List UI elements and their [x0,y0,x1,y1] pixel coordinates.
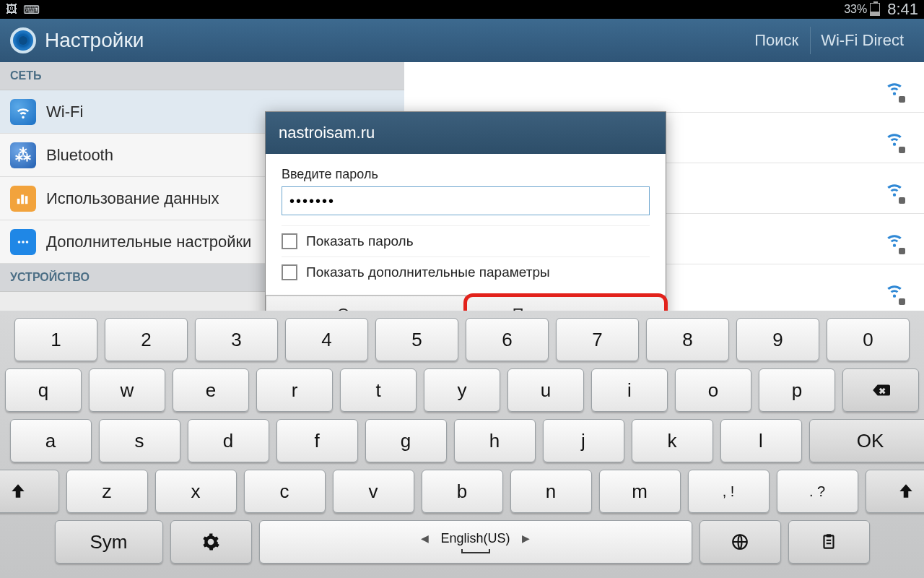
status-right: 33% 8:41 [844,0,918,19]
key-b[interactable]: b [422,470,503,513]
wifi-signal-icon [885,280,904,303]
gear-icon [10,27,36,53]
period-key[interactable]: . ? [777,470,858,513]
keyboard-indicator-icon: ⌨ [23,3,40,17]
key-g[interactable]: g [365,419,447,462]
sidebar-label-wifi: Wi-Fi [46,103,83,121]
language-key[interactable] [699,520,781,564]
key-o[interactable]: o [675,368,751,412]
battery-icon [870,3,880,16]
sidebar-label-data-usage: Использование данных [46,189,219,208]
on-screen-keyboard: 1234567890 qwertyuiop asdfghjklOK zxcvbn… [0,311,924,578]
wifi-signal-icon [885,129,904,152]
key-w[interactable]: w [89,368,165,412]
svg-point-0 [18,241,21,243]
svg-point-1 [22,241,25,243]
key-j[interactable]: j [543,419,624,462]
ok-key[interactable]: OK [809,419,925,462]
show-password-label: Показать пароль [306,233,414,249]
dialog-title: nastroisam.ru [266,112,666,154]
wifi-connect-dialog: nastroisam.ru Введите пароль Показать па… [265,111,666,334]
gallery-icon: 🖼 [6,3,17,17]
clock: 8:41 [887,0,918,19]
show-advanced-label: Показать дополнительные параметры [306,264,550,280]
backspace-key[interactable] [842,368,919,412]
wifi-signal-icon [885,78,904,101]
key-p[interactable]: p [759,368,835,412]
key-s[interactable]: s [99,419,180,462]
wifi-signal-icon [885,230,904,253]
show-password-checkbox[interactable] [282,233,297,249]
battery-percent: 33% [844,3,867,16]
key-q[interactable]: q [5,368,82,412]
key-0[interactable]: 0 [827,318,910,361]
key-c[interactable]: c [244,470,326,513]
svg-point-2 [26,241,29,243]
key-f[interactable]: f [276,419,358,462]
key-m[interactable]: m [599,470,681,513]
page-title: Настройки [45,29,144,52]
spacebar-key[interactable]: ◀English(US)▶ [259,520,692,564]
password-label: Введите пароль [282,167,650,182]
key-y[interactable]: y [424,368,500,412]
data-usage-icon [10,186,36,212]
key-5[interactable]: 5 [375,318,458,361]
key-r[interactable]: r [256,368,333,412]
key-u[interactable]: u [507,368,584,412]
svg-rect-5 [827,534,832,537]
key-v[interactable]: v [333,470,414,513]
show-password-row[interactable]: Показать пароль [282,225,650,256]
shift-left-key[interactable] [0,470,59,513]
search-action[interactable]: Поиск [744,27,808,54]
key-x[interactable]: x [155,470,237,513]
key-z[interactable]: z [66,470,148,513]
keyboard-settings-key[interactable] [170,520,252,564]
key-d[interactable]: d [188,419,269,462]
comma-key[interactable]: , ! [688,470,770,513]
password-input[interactable] [282,186,650,215]
key-l[interactable]: l [720,419,802,462]
key-2[interactable]: 2 [105,318,188,361]
clipboard-key[interactable] [788,520,870,564]
key-6[interactable]: 6 [466,318,549,361]
key-7[interactable]: 7 [556,318,639,361]
key-k[interactable]: k [632,419,713,462]
sidebar-label-bluetooth: Bluetooth [46,146,113,165]
key-a[interactable]: a [10,419,92,462]
status-left: 🖼 ⌨ [6,3,40,17]
key-4[interactable]: 4 [285,318,368,361]
sym-key[interactable]: Sym [55,520,163,564]
network-row[interactable] [404,62,924,113]
key-8[interactable]: 8 [646,318,729,361]
key-3[interactable]: 3 [195,318,278,361]
key-1[interactable]: 1 [14,318,97,361]
show-advanced-row[interactable]: Показать дополнительные параметры [282,256,650,288]
shift-right-key[interactable] [866,470,925,513]
key-n[interactable]: n [510,470,592,513]
more-icon [10,229,36,255]
bluetooth-icon: ⁂ [10,142,36,168]
key-t[interactable]: t [340,368,417,412]
key-9[interactable]: 9 [736,318,819,361]
status-bar: 🖼 ⌨ 33% 8:41 [0,0,924,19]
key-i[interactable]: i [591,368,668,412]
sidebar-label-more: Дополнительные настройки [46,233,251,251]
category-network: СЕТЬ [0,62,404,90]
show-advanced-checkbox[interactable] [282,264,297,280]
key-h[interactable]: h [454,419,536,462]
settings-header: Настройки Поиск Wi-Fi Direct [0,19,924,62]
svg-rect-4 [824,535,834,548]
key-e[interactable]: e [173,368,249,412]
wifi-direct-action[interactable]: Wi-Fi Direct [810,27,914,54]
wifi-signal-icon [885,179,904,202]
wifi-icon [10,99,36,125]
